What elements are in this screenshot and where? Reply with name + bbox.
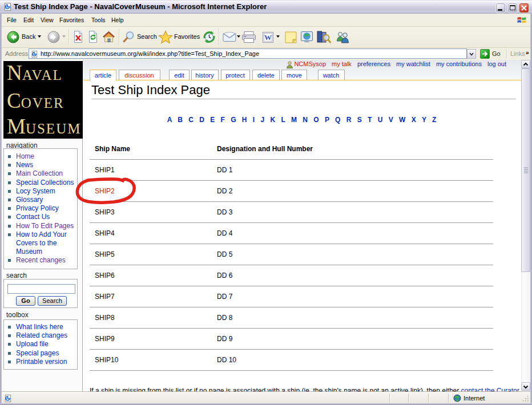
svg-text:W: W: [264, 33, 272, 42]
